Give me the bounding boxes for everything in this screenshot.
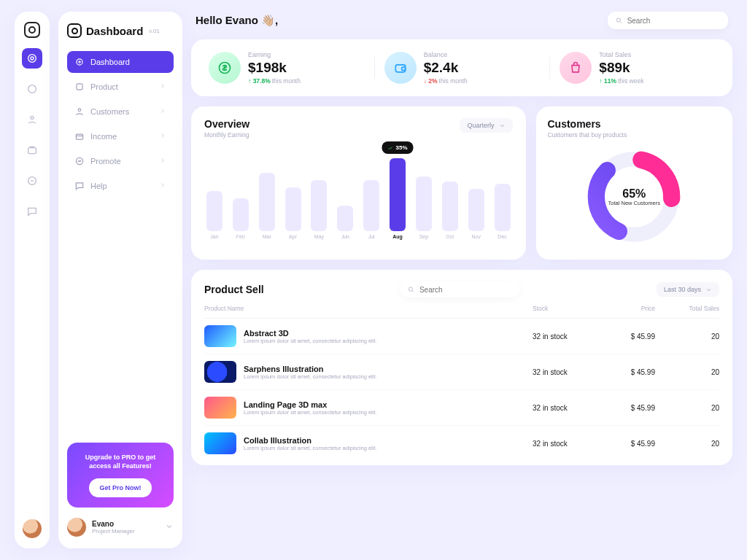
rail-dashboard[interactable] [22, 48, 42, 69]
brand-title: Dashboard [86, 25, 143, 37]
bar-mar[interactable] [259, 173, 275, 231]
app-logo-icon [24, 22, 40, 38]
svg-rect-14 [395, 65, 405, 72]
nav-promote[interactable]: Promote [67, 150, 174, 172]
bar-jul[interactable] [363, 180, 379, 231]
bar-oct[interactable] [442, 182, 458, 231]
cell-price: $ 45.99 [597, 404, 655, 412]
user-profile[interactable]: Evano Project Manager [67, 518, 174, 537]
bar-label: Nov [471, 234, 480, 239]
bar-label: Jan [210, 234, 218, 239]
cell-stock: 32 in stock [533, 404, 591, 412]
table-header: Product Name Stock Price Total Sales [204, 298, 719, 319]
kpi-label: Total Sales [599, 51, 643, 58]
svg-point-6 [77, 59, 82, 65]
bar-apr[interactable] [285, 187, 301, 231]
rail-product[interactable] [22, 79, 42, 99]
bar-jun[interactable] [337, 206, 353, 231]
table-row[interactable]: Sarphens IllustrationLorem ipsum dolor s… [204, 354, 719, 390]
svg-rect-4 [28, 148, 36, 154]
kpi-balance: Balance $2.4k ↓ 2%this month [374, 51, 550, 85]
search-icon [615, 16, 623, 25]
product-sell-card: Product Sell Last 30 days Product Name S… [191, 270, 732, 465]
nav-product[interactable]: Product [67, 76, 174, 98]
cell-price: $ 45.99 [597, 368, 655, 376]
customers-title: Customers [548, 118, 601, 130]
product-name: Abstract 3D [244, 329, 377, 338]
bar-label: Aug [392, 234, 403, 239]
bar-label: Jun [341, 234, 349, 239]
nav-dashboard[interactable]: Dashboard [67, 51, 174, 73]
search-icon [407, 285, 415, 294]
product-search[interactable] [400, 281, 519, 298]
bar-label: Dec [498, 234, 506, 239]
kpi-value: $2.4k [424, 60, 468, 76]
kpi-label: Earning [248, 51, 301, 58]
table-row[interactable]: Collab IllustrationLorem ipsum dolor sit… [204, 426, 719, 461]
kpi-earning: Earning $198k ↑ 37.8%this month [198, 51, 374, 85]
table-body: Abstract 3DLorem ipsum dolor sit amet, c… [204, 319, 719, 461]
product-sell-title: Product Sell [204, 284, 264, 295]
bar-label: Sep [419, 234, 428, 239]
chevron-right-icon [159, 132, 166, 141]
nav-income[interactable]: Income [67, 125, 174, 147]
svg-point-19 [409, 287, 413, 291]
user-name: Evano [92, 520, 135, 528]
kpi-card: Earning $198k ↑ 37.8%this month Balance … [191, 39, 732, 96]
search-input[interactable] [627, 17, 721, 25]
kpi-delta: ↓ 2%this month [424, 77, 468, 85]
brand: Dashboard v.01 [67, 23, 174, 38]
bar-feb[interactable] [233, 198, 249, 231]
bar-may[interactable] [311, 180, 327, 231]
product-desc: Lorem ipsum dolor sit amet, consectetur … [244, 445, 377, 451]
nav-help[interactable]: Help [67, 175, 174, 197]
svg-point-0 [28, 55, 36, 63]
product-thumbnail [204, 397, 236, 419]
bar-nov[interactable] [468, 189, 484, 231]
svg-rect-15 [401, 67, 405, 70]
chevron-right-icon [159, 107, 166, 116]
product-name: Collab Illustration [244, 436, 377, 445]
rail-avatar[interactable] [23, 519, 42, 538]
upgrade-pro-card: Upgrade to PRO to get access all Feature… [67, 443, 174, 508]
cell-sales: 20 [661, 368, 719, 376]
get-pro-button[interactable]: Get Pro Now! [89, 478, 151, 497]
svg-rect-8 [77, 84, 82, 90]
customers-subtitle: Customers that buy products [548, 131, 627, 139]
rail-promote[interactable] [22, 171, 42, 191]
overview-subtitle: Monthly Earning [204, 131, 249, 139]
bar-jan[interactable] [206, 191, 222, 231]
product-name: Sarphens Illustration [244, 365, 377, 373]
rail-customers[interactable] [22, 109, 42, 130]
product-name: Landing Page 3D max [244, 400, 377, 409]
overview-card: Overview Monthly Earning Quarterly JanFe… [191, 106, 526, 260]
global-search[interactable] [608, 12, 728, 29]
rail-income[interactable] [22, 140, 42, 160]
customers-donut: 65% Total New Customers [583, 146, 685, 248]
nav-customers[interactable]: Customers [67, 101, 174, 122]
product-search-input[interactable] [419, 286, 513, 294]
product-desc: Lorem ipsum dolor sit amet, consectetur … [244, 373, 377, 380]
chevron-down-icon [705, 287, 712, 293]
kpi-sales: Total Sales $89k ↑ 11%this week [549, 51, 725, 85]
bar-dec[interactable] [495, 184, 511, 231]
nav-label: Customers [90, 107, 129, 116]
overview-period-dropdown[interactable]: Quarterly [460, 118, 512, 133]
pro-text: Upgrade to PRO to get access all Feature… [74, 453, 166, 471]
product-desc: Lorem ipsum dolor sit amet, consectetur … [244, 338, 377, 344]
brand-logo-icon [67, 23, 82, 38]
svg-point-3 [31, 116, 34, 119]
product-period-dropdown[interactable]: Last 30 days [657, 282, 719, 297]
table-row[interactable]: Landing Page 3D maxLorem ipsum dolor sit… [204, 390, 719, 426]
bar-label: Jul [368, 234, 375, 239]
bar-sep[interactable] [416, 176, 432, 231]
svg-point-2 [28, 85, 36, 93]
table-row[interactable]: Abstract 3DLorem ipsum dolor sit amet, c… [204, 319, 719, 354]
rail-help[interactable] [22, 201, 42, 222]
bar-label: Mar [263, 234, 271, 239]
bar-aug[interactable] [390, 158, 406, 231]
cell-sales: 20 [661, 440, 719, 448]
product-thumbnail [204, 325, 236, 347]
chevron-right-icon [159, 182, 166, 190]
kpi-label: Balance [424, 51, 468, 58]
